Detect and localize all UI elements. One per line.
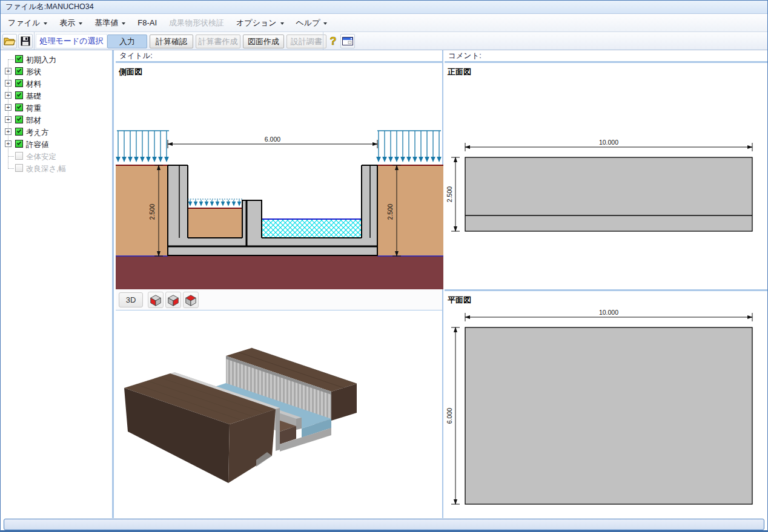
version-info-button[interactable] bbox=[340, 34, 355, 48]
tab-report-create-label: 計算書作成 bbox=[199, 36, 238, 47]
menu-options-label: オプション bbox=[236, 18, 277, 28]
menu-view-label: 表示 bbox=[59, 18, 75, 28]
menu-view[interactable]: 表示 bbox=[55, 16, 87, 30]
left-soil-block bbox=[116, 165, 168, 256]
tree-item-allowable-values[interactable]: + 許容値 bbox=[1, 138, 112, 150]
menu-options[interactable]: オプション bbox=[231, 16, 289, 30]
checkbox-unchecked-icon bbox=[15, 152, 23, 160]
checkbox-checked-icon[interactable] bbox=[15, 91, 23, 99]
dim-height-left: 2.500 bbox=[148, 204, 156, 220]
status-bar bbox=[4, 519, 764, 530]
surcharge-load-right bbox=[377, 131, 441, 161]
model-3d-polygons bbox=[124, 348, 357, 483]
title-bar: ファイル名:MANUCHO34 bbox=[1, 1, 767, 14]
menu-deliverable-shape-check-label: 成果物形状検証 bbox=[169, 18, 224, 28]
comment-field-row: コメント: bbox=[445, 50, 768, 63]
tab-drawing-create-label: 図面作成 bbox=[248, 36, 279, 47]
check-mark bbox=[17, 56, 22, 61]
checkbox-checked-icon[interactable] bbox=[15, 128, 23, 136]
save-button[interactable] bbox=[18, 34, 33, 48]
checkbox-checked-icon[interactable] bbox=[15, 79, 23, 87]
open-folder-icon bbox=[4, 36, 16, 46]
tree-item-label: 許容値 bbox=[26, 140, 49, 150]
tab-report-create: 計算書作成 bbox=[196, 34, 240, 48]
help-question-icon: ? bbox=[328, 35, 338, 47]
open-file-button[interactable] bbox=[2, 34, 17, 48]
tree-item-label: 材料 bbox=[26, 79, 41, 90]
tree-item-improvement-depth-width: 改良深さ,幅 bbox=[1, 162, 112, 174]
water-area bbox=[262, 219, 362, 238]
comment-field-label: コメント: bbox=[448, 51, 482, 61]
checkbox-checked-icon[interactable] bbox=[15, 55, 23, 63]
dim-width: 6.000 bbox=[265, 136, 280, 143]
tree-item-member[interactable]: + 部材 bbox=[1, 114, 112, 126]
center-column: タイトル: 側面図 bbox=[116, 50, 443, 518]
dim-height: 2.500 bbox=[446, 186, 453, 202]
menu-help[interactable]: ヘルプ bbox=[291, 16, 333, 30]
tree-item-label: 考え方 bbox=[26, 128, 49, 138]
view3d-toolbar: 3D bbox=[116, 289, 442, 310]
expand-plus-icon[interactable]: + bbox=[5, 140, 12, 147]
right-column: コメント: 正面図 bbox=[445, 50, 768, 518]
tab-input[interactable]: 入力 bbox=[107, 34, 147, 48]
mode-selector-text: 処理モードの選択 bbox=[40, 36, 104, 47]
view-cube-front-button[interactable] bbox=[165, 292, 181, 308]
check-mark bbox=[17, 116, 22, 121]
tree-item-shape[interactable]: + 形状 bbox=[1, 65, 112, 77]
plan-view-drawing: 10.000 6.000 bbox=[445, 291, 768, 514]
checkbox-checked-icon[interactable] bbox=[15, 140, 23, 148]
checkbox-checked-icon[interactable] bbox=[15, 67, 23, 75]
cube-red-right-icon bbox=[167, 293, 180, 307]
input-tree-panel: 初期入力 + 形状 + 材料 + 基礎 + 荷重 + 部材 + bbox=[1, 50, 114, 518]
tree-item-foundation[interactable]: + 基礎 bbox=[1, 90, 112, 102]
expand-plus-icon[interactable]: + bbox=[5, 92, 12, 99]
checkbox-checked-icon[interactable] bbox=[15, 116, 23, 123]
menu-file[interactable]: ファイル bbox=[3, 16, 52, 30]
tab-calc-check[interactable]: 計算確認 bbox=[150, 34, 193, 48]
tab-calc-check-label: 計算確認 bbox=[156, 36, 187, 47]
caret-down-icon bbox=[280, 22, 284, 25]
front-view-drawing: 10.000 2.500 bbox=[445, 63, 768, 291]
check-mark bbox=[17, 92, 22, 97]
caret-down-icon bbox=[323, 22, 327, 25]
window-title: ファイル名:MANUCHO34 bbox=[5, 2, 94, 11]
tree-item-label: 全体安定 bbox=[26, 152, 56, 162]
checkbox-unchecked-icon bbox=[15, 164, 23, 172]
tree-item-initial-input[interactable]: 初期入力 bbox=[1, 53, 112, 65]
side-view-drawing: 6.000 2.500 2.500 bbox=[116, 63, 443, 289]
check-mark bbox=[17, 80, 22, 85]
view-cube-left-button[interactable] bbox=[148, 292, 164, 308]
tab-design-report-label: 設計調書 bbox=[291, 36, 322, 47]
expand-plus-icon[interactable]: + bbox=[5, 68, 12, 74]
checkbox-checked-icon[interactable] bbox=[15, 103, 23, 111]
tree-item-overall-stability: 全体安定 bbox=[1, 150, 112, 162]
save-floppy-icon bbox=[21, 36, 30, 46]
menu-bar: ファイル 表示 基準値 F8-AI 成果物形状検証 オプション ヘルプ bbox=[1, 14, 767, 32]
foundation-soil-layer bbox=[116, 256, 443, 289]
expand-plus-icon[interactable]: + bbox=[5, 80, 12, 87]
expand-plus-icon[interactable]: + bbox=[5, 116, 12, 123]
expand-plus-icon[interactable]: + bbox=[5, 128, 12, 135]
tree-item-approach[interactable]: + 考え方 bbox=[1, 126, 112, 138]
culvert-structure bbox=[168, 165, 377, 255]
tab-drawing-create[interactable]: 図面作成 bbox=[243, 34, 284, 48]
title-field-label: タイトル: bbox=[119, 51, 153, 61]
view3d-panel[interactable] bbox=[116, 310, 442, 515]
expand-plus-icon[interactable]: + bbox=[5, 104, 12, 111]
menu-f8ai[interactable]: F8-AI bbox=[133, 16, 162, 30]
caret-down-icon bbox=[122, 22, 125, 25]
check-mark bbox=[17, 128, 22, 133]
view-cube-top-button[interactable] bbox=[183, 292, 199, 308]
tree-item-label: 形状 bbox=[26, 67, 41, 77]
front-view-title: 正面図 bbox=[448, 67, 471, 77]
svg-text:?: ? bbox=[330, 35, 337, 47]
plan-body bbox=[465, 327, 752, 504]
tree-item-load[interactable]: + 荷重 bbox=[1, 102, 112, 114]
menu-deliverable-shape-check: 成果物形状検証 bbox=[164, 16, 229, 30]
help-button[interactable]: ? bbox=[326, 34, 340, 48]
front-view-panel: 正面図 10.000 2.500 bbox=[445, 63, 768, 291]
view3d-button[interactable]: 3D bbox=[119, 292, 143, 307]
tree-item-material[interactable]: + 材料 bbox=[1, 77, 112, 90]
menu-standards[interactable]: 基準値 bbox=[90, 16, 130, 30]
menu-help-label: ヘルプ bbox=[296, 18, 320, 28]
